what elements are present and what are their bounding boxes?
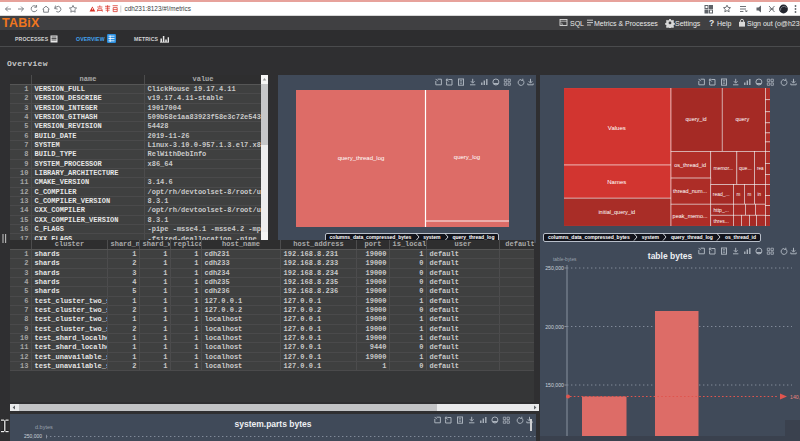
svg-text:thres...: thres... [714,218,729,224]
svg-text:read_...: read_... [713,191,730,197]
svg-text:200,000: 200,000 [545,324,564,330]
svg-text:Metrics & Processes: Metrics & Processes [594,20,658,27]
svg-text:os_thread_id: os_thread_id [674,162,706,168]
svg-text:query_id: query_id [686,116,707,122]
svg-text:query_log: query_log [454,154,480,160]
svg-text:memor...: memor... [713,165,732,171]
svg-text:250,000: 250,000 [545,265,564,271]
svg-text:m: m [736,192,740,197]
svg-text:in: in [758,192,762,197]
svg-text:Help: Help [717,20,732,28]
svg-text:query_thread_log: query_thread_log [338,155,385,161]
svg-text:peak_memo...: peak_memo... [673,213,708,219]
svg-text:150,000: 150,000 [545,382,564,388]
svg-text:?: ? [709,18,714,28]
svg-text:rea: rea [757,166,764,171]
svg-text:http_...: http_... [714,207,729,213]
svg-text:Settings: Settings [675,20,701,28]
svg-text:Sign out (o@h231:8123: Sign out (o@h231:8123 [747,20,800,28]
svg-text:thread_num...: thread_num... [673,188,708,194]
svg-text:140,: 140, [790,394,800,400]
svg-text:query: query [735,116,749,122]
svg-text:Names: Names [607,179,626,185]
svg-text:cdh231:8123/#!/metrics: cdh231:8123/#!/metrics [125,5,191,12]
svg-text:initial_query_id: initial_query_id [598,209,635,215]
svg-text:SQL: SQL [570,20,584,28]
svg-text:Values: Values [608,125,626,131]
svg-text:que...: que... [739,165,752,171]
svg-text:m: m [747,192,751,197]
